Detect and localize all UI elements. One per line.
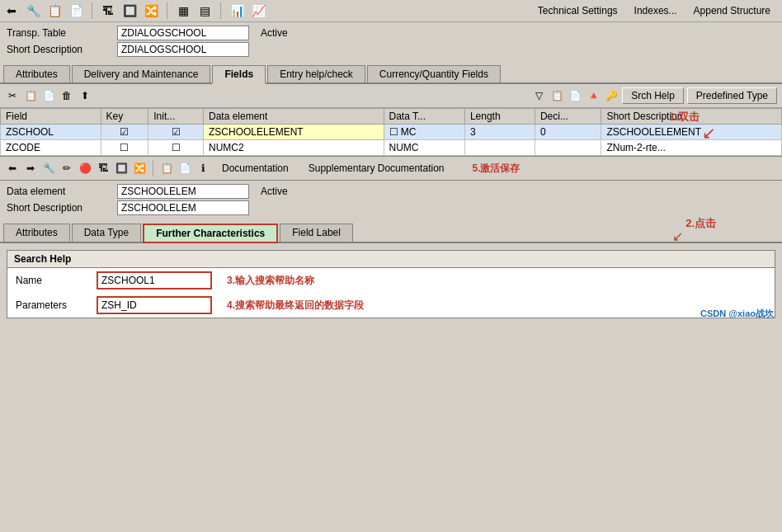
table-row[interactable]: ZSCHOOL ☑ ☑ ZSCHOOLELEMENT ☐ MC 3 0 ZSCH… <box>1 125 782 140</box>
table-row[interactable]: ZCODE ☐ ☐ NUMC2 NUMC ZNum-2-rte... <box>1 140 782 156</box>
col-data-type: Data T... <box>384 109 464 125</box>
name-label: Name <box>16 275 90 286</box>
nav-icon10[interactable]: 📈 <box>250 2 266 19</box>
cell-key[interactable]: ☑ <box>101 125 148 140</box>
nav-icon2[interactable]: 📋 <box>46 2 63 19</box>
second-short-desc-row: Short Description ZSCHOOLELEM <box>7 200 775 215</box>
up-icon[interactable]: ⬆ <box>78 88 92 103</box>
col-key: Key <box>101 109 148 125</box>
info-icon[interactable]: ℹ <box>196 161 210 176</box>
tool2-3[interactable]: 🔴 <box>78 161 92 176</box>
tool2-1[interactable]: 🔧 <box>41 161 56 176</box>
nav-icon4[interactable]: 🏗 <box>100 2 116 19</box>
menu-indexes[interactable]: Indexes... <box>626 3 685 18</box>
col-icon2[interactable]: 📄 <box>568 88 582 103</box>
search-help-params-row: Parameters 4.搜索帮助最终返回的数据字段 <box>7 293 775 318</box>
nav-icon3[interactable]: 📄 <box>68 2 84 19</box>
cell-field2: ZCODE <box>1 140 101 156</box>
transp-label: Transp. Table <box>7 27 114 39</box>
annotation-4: 4.搜索帮助最终返回的数据字段 <box>227 299 364 313</box>
col-icon1[interactable]: 📋 <box>549 88 564 103</box>
nav-icon9[interactable]: 📊 <box>228 2 245 19</box>
search-help-box: Search Help Name 3.输入搜索帮助名称 Parameters 4… <box>7 250 775 318</box>
nav-icon8[interactable]: ▤ <box>196 2 213 19</box>
second-form: Data element ZSCHOOLELEM Active Short De… <box>0 181 782 220</box>
tab-currency[interactable]: Currency/Quantity Fields <box>367 65 501 82</box>
cell-deci2 <box>535 140 601 156</box>
search-help-title: Search Help <box>7 251 775 268</box>
data-elem-label: Data element <box>7 186 114 197</box>
srch-help-button[interactable]: Srch Help <box>622 87 684 104</box>
transp-value: ZDIALOGSCHOOL <box>117 26 249 40</box>
table-header-row: Field Key Init... Data element Data T...… <box>1 109 782 125</box>
cell-data-type: ☐ MC <box>384 125 464 140</box>
tool2-8[interactable]: 📄 <box>177 161 192 176</box>
params-input[interactable] <box>97 296 212 314</box>
menu-append-structure[interactable]: Append Structure <box>685 3 779 18</box>
tab-further-characteristics[interactable]: Further Characteristics <box>143 224 278 243</box>
arrow-1: ↙ <box>702 123 716 143</box>
data-elem-row: Data element ZSCHOOLELEM Active <box>7 184 775 199</box>
sep2 <box>167 2 167 19</box>
col-icon3[interactable]: 🔺 <box>586 88 601 103</box>
nav-icon7[interactable]: ▦ <box>175 2 191 19</box>
col-field: Field <box>1 109 101 125</box>
watermark: CSDN @xiao战坎 <box>700 308 774 320</box>
cell-key2[interactable]: ☐ <box>101 140 148 156</box>
cell-init2[interactable]: ☐ <box>148 140 204 156</box>
tool2-4[interactable]: 🏗 <box>96 161 111 176</box>
tab-fields[interactable]: Fields <box>212 65 266 84</box>
annotation-5: 5.激活保存 <box>472 162 520 176</box>
short-desc-value: ZDIALOGSCHOOL <box>117 42 249 57</box>
name-input[interactable] <box>97 271 212 290</box>
tool2-6[interactable]: 🔀 <box>132 161 147 176</box>
params-label: Parameters <box>16 299 90 311</box>
main-toolbar: ⬅ 🔧 📋 📄 🏗 🔲 🔀 ▦ ▤ 📊 📈 Technical Settings… <box>0 0 782 22</box>
cell-init[interactable]: ☑ <box>148 125 204 140</box>
back2-icon[interactable]: ⬅ <box>5 161 20 176</box>
predefined-type-button[interactable]: Predefined Type <box>687 87 777 104</box>
second-short-desc-label: Short Description <box>7 202 114 214</box>
second-short-desc-value: ZSCHOOLELEM <box>117 200 249 215</box>
nav-icon6[interactable]: 🔀 <box>143 2 159 19</box>
key-icon[interactable]: 🔑 <box>604 88 619 103</box>
annotation-2: 2.点击 <box>685 216 716 231</box>
filter-icon[interactable]: ▽ <box>531 88 546 103</box>
short-desc-row: Short Description ZDIALOGSCHOOL <box>7 42 775 57</box>
tool2-2[interactable]: ✏ <box>59 161 74 176</box>
cell-length2 <box>464 140 535 156</box>
tab-attributes2[interactable]: Attributes <box>3 224 70 242</box>
col-deci: Deci... <box>535 109 601 125</box>
tab-data-type[interactable]: Data Type <box>72 224 141 242</box>
menu-technical-settings[interactable]: Technical Settings <box>530 3 626 18</box>
paste-icon[interactable]: 📄 <box>41 88 56 103</box>
menu-bar: Technical Settings Indexes... Append Str… <box>530 3 779 18</box>
doc-menu[interactable]: Documentation <box>214 161 297 176</box>
fwd2-icon[interactable]: ➡ <box>23 161 38 176</box>
annotation-3: 3.输入搜索帮助名称 <box>227 274 314 288</box>
back-icon[interactable]: ⬅ <box>3 2 20 19</box>
tab-attributes[interactable]: Attributes <box>3 65 70 82</box>
nav-icon5[interactable]: 🔲 <box>121 2 138 19</box>
tool2-7[interactable]: 📋 <box>159 161 174 176</box>
tab-delivery[interactable]: Delivery and Maintenance <box>72 65 211 82</box>
search-help-name-row: Name 3.输入搜索帮助名称 <box>7 268 775 293</box>
copy-icon[interactable]: 📋 <box>23 88 38 103</box>
cell-data-elem2: NUMC2 <box>203 140 384 156</box>
tab-bar-2: Attributes Data Type Further Characteris… <box>0 220 782 243</box>
col-data-elem: Data element <box>203 109 384 125</box>
cell-deci: 0 <box>535 125 601 140</box>
tab-entry-help[interactable]: Entry help/check <box>267 65 365 82</box>
tab-field-label[interactable]: Field Label <box>280 224 353 242</box>
transp-row: Transp. Table ZDIALOGSCHOOL Active <box>7 26 775 40</box>
tool2-5[interactable]: 🔲 <box>114 161 129 176</box>
sep4 <box>153 160 153 177</box>
table-toolbar: ✂ 📋 📄 🗑 ⬆ ▽ 📋 📄 🔺 🔑 Srch Help Predefined… <box>0 84 782 108</box>
cell-data-elem[interactable]: ZSCHOOLELEMENT <box>203 125 384 140</box>
cell-short-desc: ZSCHOOLELEMENT <box>601 125 782 140</box>
nav-icon1[interactable]: 🔧 <box>25 2 41 19</box>
cut-icon[interactable]: ✂ <box>5 88 20 103</box>
delete-icon[interactable]: 🗑 <box>59 88 74 103</box>
data-elem-value: ZSCHOOLELEM <box>117 184 249 199</box>
suppl-doc-menu[interactable]: Supplementary Documentation <box>300 161 453 176</box>
